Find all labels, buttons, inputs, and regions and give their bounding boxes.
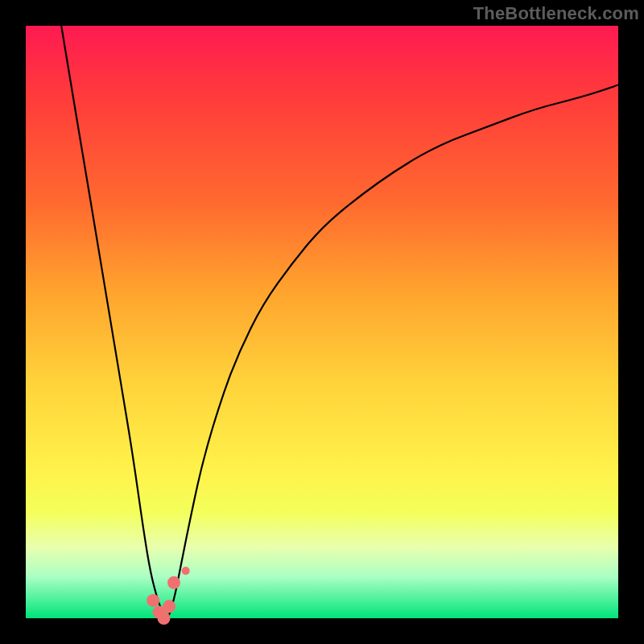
marker-4 xyxy=(167,576,180,589)
marker-2 xyxy=(158,612,171,625)
marker-5 xyxy=(182,567,190,575)
marker-0 xyxy=(147,594,159,607)
attribution-text: TheBottleneck.com xyxy=(473,3,639,24)
curve-right-branch xyxy=(168,85,618,618)
marker-3 xyxy=(163,600,175,613)
marker-group xyxy=(147,567,190,625)
curve-group xyxy=(61,26,618,618)
chart-frame: TheBottleneck.com xyxy=(0,0,644,644)
curve-left-branch xyxy=(61,26,167,618)
chart-svg xyxy=(26,26,618,618)
chart-plot-area xyxy=(26,26,618,618)
